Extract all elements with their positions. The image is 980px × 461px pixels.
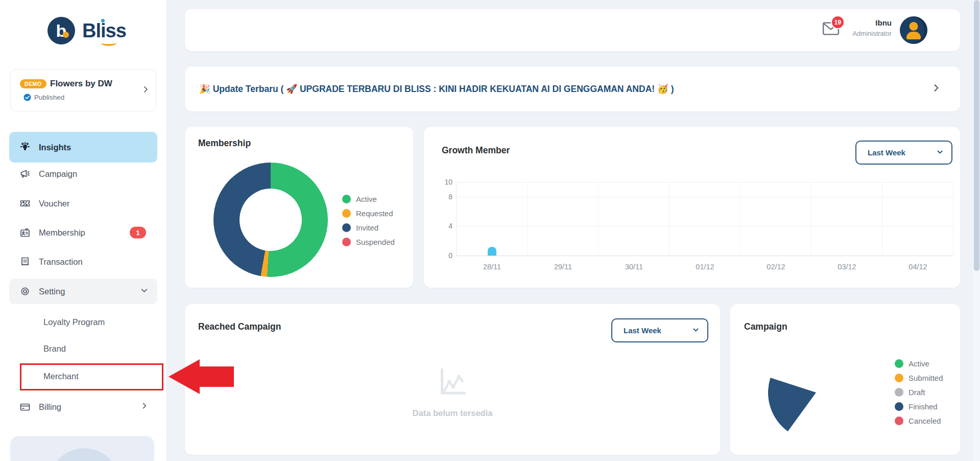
promo-circle-decoration <box>49 448 120 461</box>
sidebar-item-label: Campaign <box>39 169 77 179</box>
legend-dot-submitted <box>895 374 903 382</box>
chevron-down-icon <box>692 326 699 335</box>
voucher-icon <box>19 198 31 209</box>
megaphone-icon <box>19 168 31 179</box>
membership-count-badge: 1 <box>130 227 146 239</box>
gear-icon <box>19 286 31 297</box>
avatar[interactable] <box>900 16 927 44</box>
id-card-icon <box>19 227 31 238</box>
bliss-logo-icon: b <box>47 17 75 44</box>
membership-card: Membership Active Requested Invited Susp… <box>185 127 413 288</box>
sidebar-item-label: Insights <box>39 143 71 152</box>
legend-dot-finished <box>895 402 903 411</box>
sidebar-item-label: Transaction <box>39 257 83 267</box>
sidebar-item-label: Voucher <box>39 199 70 209</box>
growth-member-title: Growth Member <box>442 145 510 156</box>
membership-card-title: Membership <box>198 138 251 149</box>
lightbulb-icon <box>19 142 31 153</box>
demo-badge: DEMO <box>20 79 46 88</box>
empty-state-text: Data belum tersedia <box>413 408 493 418</box>
sidebar-item-voucher[interactable]: Voucher <box>9 189 157 218</box>
reached-campaign-card: Reached Campaign Last Week Data belum te… <box>185 304 720 455</box>
sidebar-item-label: Membership <box>39 228 85 238</box>
notifications-button[interactable]: 19 <box>822 21 840 39</box>
credit-card-icon <box>19 401 31 412</box>
verified-icon <box>23 94 31 101</box>
receipt-icon <box>19 256 31 267</box>
user-role: Administrator <box>852 30 892 37</box>
sidebar-item-label: Setting <box>39 287 65 296</box>
legend-dot-active <box>342 195 351 203</box>
legend-dot-requested <box>342 209 351 218</box>
membership-legend: Active Requested Invited Suspended <box>342 195 395 252</box>
update-banner-text: 🎉 Update Terbaru ( 🚀 UPGRADE TERBARU DI … <box>199 84 674 95</box>
update-banner[interactable]: 🎉 Update Terbaru ( 🚀 UPGRADE TERBARU DI … <box>185 66 960 111</box>
chevron-right-icon <box>140 402 148 412</box>
merchant-highlight-box <box>20 363 163 390</box>
sidebar-item-label: Billing <box>39 402 61 412</box>
sidebar-item-membership[interactable]: Membership 1 <box>9 218 157 247</box>
chevron-right-icon[interactable] <box>931 83 941 95</box>
scrollbar-thumb[interactable] <box>974 0 979 271</box>
sidebar: b Bliss DEMO Flowers by DW Published <box>0 0 167 461</box>
legend-dot-invited <box>342 223 351 232</box>
red-arrow-annotation <box>168 358 235 396</box>
workspace-status: Published <box>34 94 64 101</box>
sidebar-item-transaction[interactable]: Transaction <box>9 247 157 276</box>
campaign-card: Campaign Active Submitted Draft Finished… <box>730 304 960 455</box>
sidebar-item-campaign[interactable]: Campaign <box>9 159 157 188</box>
sidebar-subitem-loyalty-program[interactable]: Loyalty Program <box>43 317 105 327</box>
user-name: Ibnu <box>852 18 892 27</box>
growth-member-card: Growth Member Last Week 1084028/1129/113… <box>424 127 960 288</box>
chevron-right-icon[interactable] <box>141 85 150 96</box>
growth-period-dropdown[interactable]: Last Week <box>855 141 952 165</box>
bliss-logo: b Bliss <box>47 17 126 44</box>
sidebar-item-insights[interactable]: Insights <box>9 132 157 163</box>
reached-campaign-title: Reached Campaign <box>198 321 281 332</box>
legend-dot-suspended <box>342 238 351 246</box>
growth-bar-chart: 1084028/1129/1130/1101/1202/1203/1204/12 <box>456 182 953 256</box>
brand-name: Bliss <box>82 20 126 42</box>
sidebar-subitem-brand[interactable]: Brand <box>43 344 66 354</box>
reached-period-dropdown[interactable]: Last Week <box>611 318 708 342</box>
chevron-down-icon <box>937 148 943 157</box>
campaign-legend: Active Submitted Draft Finished Canceled <box>895 359 943 431</box>
membership-donut-chart <box>213 163 328 277</box>
legend-dot-draft <box>895 388 903 397</box>
workspace-name: Flowers by DW <box>50 79 112 89</box>
empty-state: Data belum tersedia <box>413 365 493 418</box>
topbar: 19 Ibnu Administrator <box>185 9 960 51</box>
legend-dot-active <box>895 359 903 368</box>
notification-count-badge: 19 <box>831 15 845 29</box>
sidebar-item-setting[interactable]: Setting <box>9 279 157 304</box>
empty-chart-icon <box>434 365 471 399</box>
sidebar-promo-card <box>10 436 154 461</box>
scrollbar-track[interactable] <box>973 0 980 461</box>
chevron-down-icon <box>140 287 148 296</box>
legend-dot-canceled <box>895 417 903 425</box>
sidebar-item-billing[interactable]: Billing <box>9 393 157 421</box>
workspace-card[interactable]: DEMO Flowers by DW Published <box>10 69 156 111</box>
